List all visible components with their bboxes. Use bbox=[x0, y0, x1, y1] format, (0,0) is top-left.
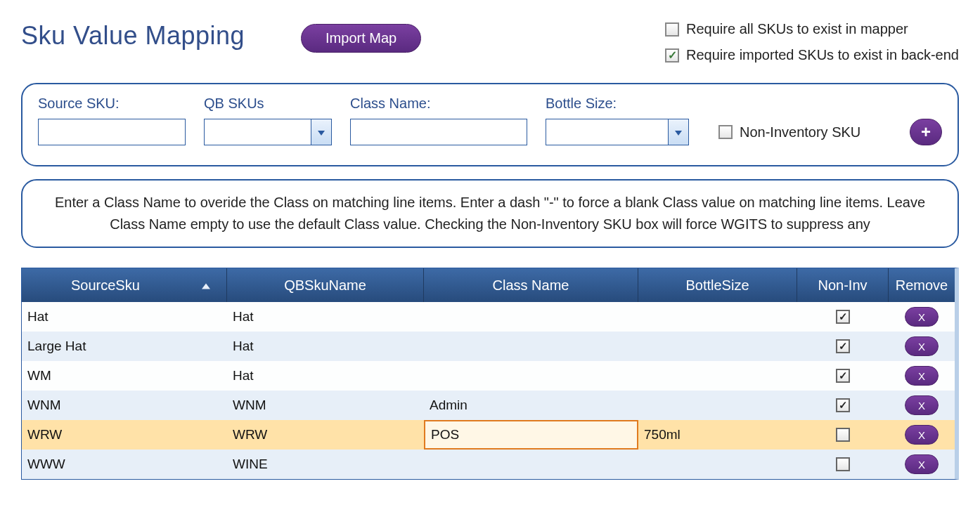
help-text: Enter a Class Name to overide the Class … bbox=[21, 179, 959, 248]
column-header-noninv-label: Non-Inv bbox=[818, 277, 867, 294]
sort-asc-icon bbox=[201, 277, 211, 294]
remove-row-button[interactable]: X bbox=[905, 307, 939, 327]
svg-marker-0 bbox=[318, 131, 325, 136]
cell-remove: X bbox=[889, 361, 955, 391]
remove-row-button[interactable]: X bbox=[905, 425, 939, 445]
non-inventory-label: Non-Inventory SKU bbox=[740, 124, 860, 140]
cell-remove: X bbox=[889, 302, 955, 332]
cell-qb: WRW bbox=[227, 420, 424, 450]
cell-qb: WINE bbox=[227, 450, 424, 479]
bottle-size-dropdown-button[interactable] bbox=[668, 119, 689, 145]
cell-qb: Hat bbox=[227, 361, 424, 391]
cell-noninv bbox=[797, 391, 889, 420]
cell-bottle bbox=[638, 332, 797, 361]
noninv-checkbox[interactable] bbox=[836, 339, 850, 353]
table-row[interactable]: WMHatX bbox=[22, 361, 955, 391]
remove-row-button[interactable]: X bbox=[905, 336, 939, 356]
cell-noninv bbox=[797, 420, 889, 450]
table-row[interactable]: HatHatX bbox=[22, 302, 955, 332]
require-imported-checkbox[interactable] bbox=[665, 48, 679, 63]
plus-icon: + bbox=[921, 122, 931, 142]
cell-remove: X bbox=[889, 420, 955, 450]
cell-noninv bbox=[797, 332, 889, 361]
table-row[interactable]: WRWWRWPOS750mlX bbox=[22, 420, 955, 450]
cell-source: WRW bbox=[22, 420, 227, 450]
column-header-noninv[interactable]: Non-Inv bbox=[797, 268, 889, 302]
cell-source: Large Hat bbox=[22, 332, 227, 361]
cell-qb: WNM bbox=[227, 391, 424, 420]
table-row[interactable]: Large HatHatX bbox=[22, 332, 955, 361]
column-header-remove[interactable]: Remove bbox=[889, 268, 955, 302]
column-header-bottle[interactable]: BottleSize bbox=[638, 268, 797, 302]
cell-qb: Hat bbox=[227, 332, 424, 361]
noninv-checkbox[interactable] bbox=[836, 428, 850, 442]
cell-source: WM bbox=[22, 361, 227, 391]
qb-skus-input[interactable] bbox=[204, 119, 311, 145]
cell-class: POS bbox=[424, 420, 638, 450]
cell-bottle bbox=[638, 302, 797, 332]
require-all-checkbox[interactable] bbox=[665, 22, 679, 37]
column-header-class[interactable]: Class Name bbox=[424, 268, 638, 302]
chevron-down-icon bbox=[317, 125, 325, 140]
cell-bottle bbox=[638, 361, 797, 391]
cell-class bbox=[424, 450, 638, 479]
noninv-checkbox[interactable] bbox=[836, 310, 850, 324]
require-all-label: Require all SKUs to exist in mapper bbox=[686, 21, 908, 37]
qb-skus-label: QB SKUs bbox=[204, 96, 332, 112]
remove-row-button[interactable]: X bbox=[905, 454, 939, 474]
page-title: Sku Value Mapping bbox=[21, 21, 245, 51]
table-row[interactable]: WWWWINEX bbox=[22, 450, 955, 479]
noninv-checkbox[interactable] bbox=[836, 369, 850, 383]
remove-row-button[interactable]: X bbox=[905, 395, 939, 415]
class-name-input[interactable] bbox=[350, 119, 527, 145]
cell-class bbox=[424, 302, 638, 332]
grid-header: SourceSku QBSkuName Class Name BottleSiz… bbox=[22, 268, 955, 302]
cell-class bbox=[424, 361, 638, 391]
cell-bottle bbox=[638, 450, 797, 479]
qb-skus-dropdown-button[interactable] bbox=[311, 119, 332, 145]
table-row[interactable]: WNMWNMAdminX bbox=[22, 391, 955, 420]
import-map-button[interactable]: Import Map bbox=[301, 24, 421, 53]
noninv-checkbox[interactable] bbox=[836, 398, 850, 412]
bottle-size-label: Bottle Size: bbox=[546, 96, 689, 112]
remove-row-button[interactable]: X bbox=[905, 366, 939, 386]
cell-source: Hat bbox=[22, 302, 227, 332]
require-imported-label: Require imported SKUs to exist in back-e… bbox=[686, 47, 959, 63]
cell-remove: X bbox=[889, 391, 955, 420]
cell-source: WWW bbox=[22, 450, 227, 479]
sku-mapping-grid: SourceSku QBSkuName Class Name BottleSiz… bbox=[21, 268, 959, 480]
noninv-checkbox[interactable] bbox=[836, 457, 850, 471]
add-row-button[interactable]: + bbox=[910, 119, 942, 145]
column-header-bottle-label: BottleSize bbox=[685, 277, 749, 294]
cell-remove: X bbox=[889, 332, 955, 361]
bottle-size-input[interactable] bbox=[546, 119, 668, 145]
column-header-remove-label: Remove bbox=[896, 277, 948, 294]
cell-source: WNM bbox=[22, 391, 227, 420]
cell-bottle: 750ml bbox=[638, 420, 797, 450]
cell-noninv bbox=[797, 361, 889, 391]
svg-marker-1 bbox=[675, 131, 682, 136]
svg-marker-2 bbox=[202, 284, 210, 289]
column-header-source[interactable]: SourceSku bbox=[22, 268, 227, 302]
cell-noninv bbox=[797, 302, 889, 332]
cell-noninv bbox=[797, 450, 889, 479]
source-sku-label: Source SKU: bbox=[38, 96, 186, 112]
non-inventory-checkbox[interactable] bbox=[718, 125, 733, 139]
cell-qb: Hat bbox=[227, 302, 424, 332]
column-header-class-label: Class Name bbox=[493, 277, 569, 294]
options-group: Require all SKUs to exist in mapper Requ… bbox=[665, 21, 959, 63]
source-sku-input[interactable] bbox=[38, 119, 186, 145]
column-header-source-label: SourceSku bbox=[71, 277, 140, 294]
chevron-down-icon bbox=[674, 125, 683, 140]
column-header-qb[interactable]: QBSkuName bbox=[227, 268, 424, 302]
cell-remove: X bbox=[889, 450, 955, 479]
cell-bottle bbox=[638, 391, 797, 420]
column-header-qb-label: QBSkuName bbox=[284, 277, 366, 294]
class-name-label: Class Name: bbox=[350, 96, 527, 112]
cell-class: Admin bbox=[424, 391, 638, 420]
cell-class bbox=[424, 332, 638, 361]
new-row-panel: Source SKU: QB SKUs Class Name: Bottle S… bbox=[21, 83, 959, 166]
